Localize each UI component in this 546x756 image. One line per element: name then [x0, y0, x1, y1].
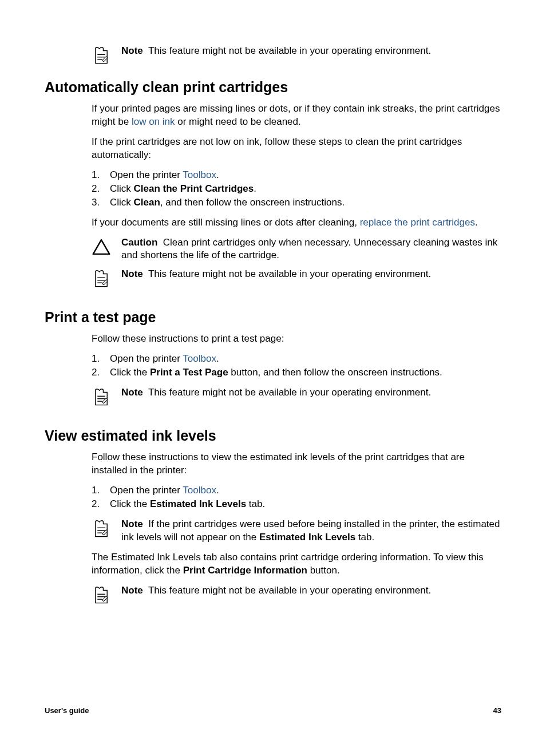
- heading-auto-clean: Automatically clean print cartridges: [45, 79, 501, 96]
- note-text: Note This feature might not be available…: [121, 45, 501, 58]
- steps-ink: Open the printer Toolbox. Click the Esti…: [92, 484, 501, 511]
- step-2: Click the Estimated Ink Levels tab.: [92, 498, 501, 511]
- note-text-ink: Note If the print cartridges were used b…: [121, 518, 501, 544]
- link-toolbox[interactable]: Toolbox: [183, 485, 216, 496]
- note-icon: [92, 386, 121, 407]
- note-icon: [92, 45, 121, 65]
- step-2: Click the Print a Test Page button, and …: [92, 366, 501, 379]
- para-ink-2: The Estimated Ink Levels tab also contai…: [92, 551, 501, 577]
- page-number: 43: [493, 706, 501, 715]
- steps-test: Open the printer Toolbox. Click the Prin…: [92, 353, 501, 379]
- step-3: Click Clean, and then follow the onscree…: [92, 196, 501, 209]
- para-auto-clean-1: If your printed pages are missing lines …: [92, 102, 501, 129]
- caution-icon: [92, 236, 121, 257]
- step-2: Click Clean the Print Cartridges.: [92, 183, 501, 196]
- note-icon: [92, 584, 121, 605]
- link-toolbox[interactable]: Toolbox: [183, 169, 216, 180]
- link-replace-cartridges[interactable]: replace the print cartridges: [360, 217, 475, 228]
- note-icon: [92, 518, 121, 539]
- para-auto-clean-2: If the print cartridges are not low on i…: [92, 136, 501, 162]
- heading-ink-levels: View estimated ink levels: [45, 428, 501, 444]
- heading-test-page: Print a test page: [45, 309, 501, 326]
- para-ink-1: Follow these instructions to view the es…: [92, 451, 501, 477]
- step-1: Open the printer Toolbox.: [92, 353, 501, 366]
- note-text: Note This feature might not be available…: [121, 584, 501, 597]
- footer-title: User's guide: [45, 706, 89, 715]
- para-auto-clean-3: If your documents are still missing line…: [92, 216, 501, 229]
- note-icon: [92, 268, 121, 288]
- note-text: Note This feature might not be available…: [121, 386, 501, 399]
- para-test-1: Follow these instructions to print a tes…: [92, 333, 501, 346]
- link-toolbox[interactable]: Toolbox: [183, 353, 216, 364]
- link-low-on-ink[interactable]: low on ink: [132, 116, 175, 127]
- steps-auto-clean: Open the printer Toolbox. Click Clean th…: [92, 169, 501, 209]
- caution-text: Caution Clean print cartridges only when…: [121, 236, 501, 263]
- note-text: Note This feature might not be available…: [121, 268, 501, 281]
- step-1: Open the printer Toolbox.: [92, 484, 501, 497]
- step-1: Open the printer Toolbox.: [92, 169, 501, 182]
